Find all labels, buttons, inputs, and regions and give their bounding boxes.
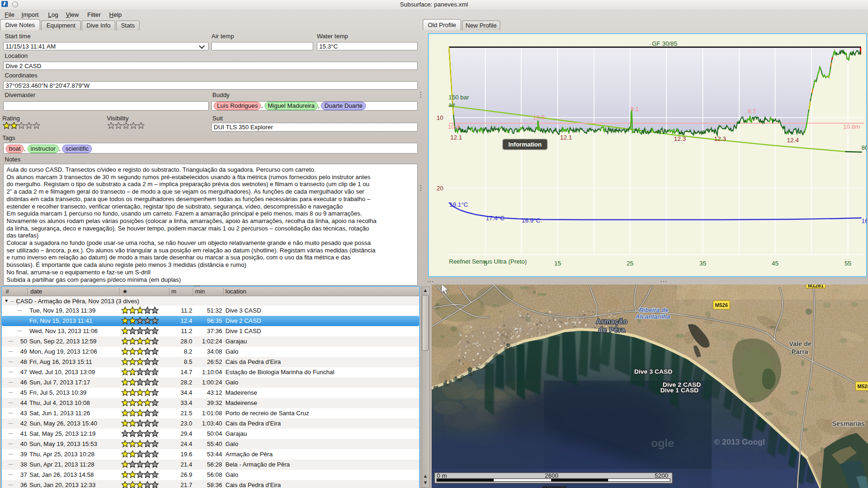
svg-text:10.5: 10.5 — [533, 114, 545, 121]
svg-text:15: 15 — [554, 260, 561, 267]
svg-text:0 m: 0 m — [437, 472, 447, 479]
svg-text:5200: 5200 — [655, 472, 668, 479]
svg-text:150 bar: 150 bar — [448, 94, 469, 101]
svg-text:M526: M526 — [857, 383, 868, 389]
svg-text:Dive 3 CASD: Dive 3 CASD — [634, 368, 672, 375]
svg-text:12.3: 12.3 — [714, 135, 726, 142]
svg-text:Vale de: Vale de — [789, 340, 812, 348]
svg-text:12.3: 12.3 — [674, 135, 686, 142]
svg-text:19.1°C: 19.1°C — [449, 201, 468, 208]
svg-text:9.7: 9.7 — [748, 108, 756, 115]
svg-text:16.: 16. — [861, 217, 867, 224]
svg-text:10: 10 — [437, 114, 443, 121]
svg-text:M526: M526 — [715, 302, 728, 308]
svg-text:55: 55 — [845, 260, 851, 267]
svg-text:80: 80 — [861, 144, 867, 151]
svg-text:Alcantarilha: Alcantarilha — [635, 313, 670, 320]
svg-text:air: air — [448, 101, 455, 108]
svg-text:© 2013 Googl: © 2013 Googl — [714, 438, 765, 446]
svg-text:Ribeira de: Ribeira de — [639, 307, 669, 314]
svg-text:ogle: ogle — [651, 437, 674, 449]
svg-text:Sesmarias: Sesmarias — [832, 420, 865, 427]
svg-text:45: 45 — [772, 260, 778, 267]
svg-text:16.9°C: 16.9°C — [522, 217, 540, 224]
svg-text:20: 20 — [437, 185, 443, 192]
svg-text:12.4: 12.4 — [787, 137, 798, 144]
svg-text:Reefnet Sensus Ultra (Preto): Reefnet Sensus Ultra (Preto) — [449, 258, 527, 265]
svg-text:M1281: M1281 — [808, 285, 824, 288]
svg-text:Dive 1 CASD: Dive 1 CASD — [660, 387, 699, 394]
svg-text:12.1: 12.1 — [560, 134, 572, 141]
svg-text:GF 30/85: GF 30/85 — [652, 40, 677, 47]
svg-text:10.8m: 10.8m — [843, 123, 860, 130]
svg-text:9.1: 9.1 — [630, 105, 639, 112]
svg-text:de Pêra: de Pêra — [598, 326, 625, 334]
svg-text:2600: 2600 — [545, 472, 559, 479]
svg-text:25: 25 — [627, 260, 633, 267]
svg-text:12.1: 12.1 — [450, 134, 462, 141]
svg-text:Armação: Armação — [596, 317, 628, 325]
svg-text:17.4°C: 17.4°C — [486, 215, 504, 222]
svg-text:10.8: 10.8 — [448, 123, 460, 130]
svg-text:35: 35 — [700, 260, 706, 267]
svg-text:Parra: Parra — [791, 348, 808, 356]
